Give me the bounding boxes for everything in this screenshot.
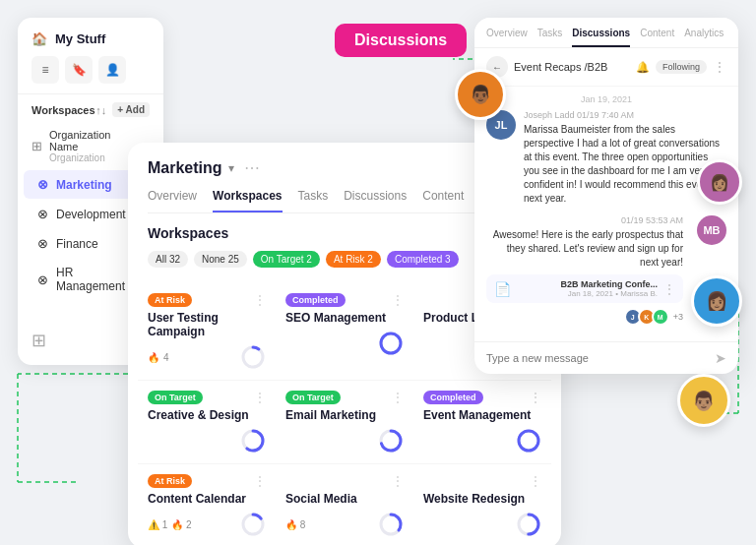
tab-overview[interactable]: Overview [148, 189, 197, 212]
bookmark-icon-btn[interactable]: 🔖 [65, 56, 93, 84]
svg-point-21 [519, 431, 538, 451]
sidebar-icons-row: ≡ 🔖 👤 [18, 56, 163, 94]
bell-icon[interactable]: 🔔 [636, 61, 650, 74]
badge-empty [285, 479, 299, 483]
tab-workspaces[interactable]: Workspaces [213, 189, 282, 212]
badge-completed: Completed [285, 293, 346, 307]
sidebar-title: My Stuff [55, 31, 105, 46]
workspaces-label-row: Workspaces ↑↓ + Add [18, 94, 163, 123]
tab-content[interactable]: Content [422, 189, 464, 212]
filter-atrisk[interactable]: At Risk 2 [326, 251, 381, 268]
ws-progress [378, 331, 404, 356]
more-btn[interactable]: ⋮ [392, 474, 404, 488]
finance-icon: ⊗ [37, 236, 48, 251]
ws-name: Website Redesign [423, 492, 541, 506]
msg1-text: Marissa Baumeister from the sales perspe… [524, 123, 726, 206]
more-btn[interactable]: ⋮ [530, 474, 541, 488]
filter-none[interactable]: None 25 [194, 251, 247, 268]
discussions-badge: Discussions [335, 24, 467, 57]
tab-overview[interactable]: Overview [486, 28, 528, 47]
message-input[interactable] [486, 352, 709, 364]
org-icon: ⊞ [32, 139, 42, 153]
org-name: Organization Name [49, 129, 138, 152]
badge-atrisk: At Risk [148, 474, 192, 488]
stack-icon[interactable]: ⊞ [32, 331, 46, 350]
discussions-tabs: Overview Tasks Discussions Content Analy… [474, 18, 738, 48]
ws-name: Email Marketing [285, 408, 404, 422]
tab-discussions[interactable]: Discussions [572, 28, 630, 47]
plus-count: +3 [673, 312, 683, 322]
layers-icon-btn[interactable]: ≡ [32, 56, 59, 84]
filter-completed[interactable]: Completed 3 [387, 251, 459, 268]
more-btn[interactable]: ⋮ [254, 391, 266, 404]
sidebar-nav-label: Marketing [56, 178, 112, 192]
ws-website[interactable]: ⋮ Website Redesign [413, 464, 551, 545]
ws-tags: ⚠️ 1🔥 2 [148, 519, 192, 530]
ws-progress [516, 512, 541, 537]
file-more-btn[interactable]: ⋮ [663, 282, 675, 296]
disc-subheader: ← Event Recaps /B2B 🔔 Following ⋮ [474, 48, 738, 87]
disc-input-row: ➤ [474, 341, 738, 374]
ws-progress [516, 428, 541, 454]
disc-more-button[interactable]: ⋮ [713, 59, 726, 75]
ws-name: User Testing Campaign [148, 311, 266, 338]
more-btn[interactable]: ⋮ [254, 474, 266, 488]
ws-event[interactable]: Completed⋮ Event Management [413, 381, 551, 464]
more-btn[interactable]: ⋮ [392, 293, 404, 307]
file-meta: Jan 18, 2021 • Marissa B. [517, 289, 658, 298]
dev-icon: ⊗ [37, 207, 48, 221]
discussions-panel: Overview Tasks Discussions Content Analy… [474, 18, 738, 374]
ws-email[interactable]: On Target⋮ Email Marketing [276, 381, 413, 464]
tab-discussions[interactable]: Discussions [344, 189, 407, 212]
filter-all[interactable]: All 32 [148, 251, 188, 268]
filter-ontarget[interactable]: On Target 2 [253, 251, 320, 268]
workspaces-actions: ↑↓ + Add [95, 102, 150, 117]
date-label-1: Jan 19, 2021 [486, 94, 726, 104]
msg1-meta: Joseph Ladd 01/19 7:40 AM [524, 110, 726, 120]
badge-atrisk: At Risk [148, 293, 192, 307]
msg2-meta: 01/19 53:53 AM [486, 215, 683, 225]
ws-social-media[interactable]: ⋮ Social Media 🔥 8 [276, 464, 413, 545]
more-btn[interactable]: ⋮ [530, 391, 541, 404]
ws-creative[interactable]: On Target⋮ Creative & Design [138, 381, 276, 464]
workspaces-label: Workspaces [32, 104, 95, 116]
main-panel-title: Marketing [148, 159, 222, 177]
svg-point-13 [381, 333, 401, 353]
ws-user-testing[interactable]: At Risk⋮ User Testing Campaign 🔥4 [138, 283, 276, 381]
ws-name: Creative & Design [148, 408, 266, 422]
send-icon[interactable]: ➤ [715, 350, 726, 366]
add-workspace-button[interactable]: + Add [112, 102, 150, 117]
badge-empty [423, 479, 437, 483]
ws-name: SEO Management [285, 311, 404, 325]
file-attachment[interactable]: 📄 B2B Marketing Confe... Jan 18, 2021 • … [486, 274, 683, 303]
tab-tasks[interactable]: Tasks [298, 189, 329, 212]
dropdown-icon[interactable]: ▾ [228, 161, 234, 175]
ws-progress [378, 428, 404, 454]
badge-ontarget: On Target [148, 391, 203, 404]
tab-tasks[interactable]: Tasks [537, 28, 563, 47]
tab-content[interactable]: Content [640, 28, 674, 47]
user-icon-btn[interactable]: 👤 [98, 56, 126, 84]
file-name: B2B Marketing Confe... [517, 279, 658, 289]
ws-progress [240, 512, 266, 537]
badge-completed: Completed [423, 391, 483, 404]
message-1: JL Joseph Ladd 01/19 7:40 AM Marissa Bau… [486, 110, 726, 206]
sidebar-nav-label: Development [56, 208, 126, 221]
ws-seo[interactable]: Completed⋮ SEO Management [276, 283, 413, 381]
following-badge[interactable]: Following [656, 60, 707, 74]
floating-avatar-4: 👨🏽 [677, 374, 730, 427]
svg-point-10 [243, 347, 263, 367]
org-sub: Organization [49, 152, 138, 163]
ws-tags: 🔥4 [148, 352, 169, 363]
sidebar-header: 🏠 My Stuff [18, 31, 163, 56]
disc-path: Event Recaps /B2B [514, 61, 630, 73]
ws-progress [240, 428, 266, 454]
floating-avatar-3: 👩🏽 [691, 275, 742, 327]
ws-content-calendar[interactable]: At Risk⋮ Content Calendar ⚠️ 1🔥 2 [138, 464, 276, 545]
main-more-button[interactable]: ⋯ [244, 158, 260, 177]
sidebar-nav-label: Finance [56, 237, 98, 251]
more-btn[interactable]: ⋮ [254, 293, 266, 307]
more-btn[interactable]: ⋮ [392, 391, 404, 404]
tab-analytics[interactable]: Analytics [684, 28, 724, 47]
sort-icon[interactable]: ↑↓ [95, 104, 106, 116]
